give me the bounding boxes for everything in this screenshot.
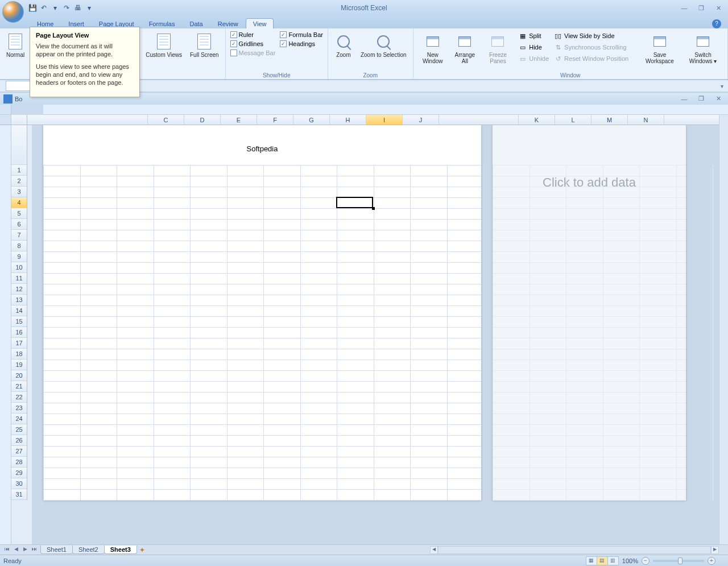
arrange-all-button[interactable]: Arrange All [451, 31, 479, 71]
select-all-button[interactable] [11, 115, 27, 125]
row-header-30[interactable]: 30 [11, 478, 27, 489]
fill-handle[interactable] [372, 207, 375, 210]
column-header-K[interactable]: K [519, 115, 555, 125]
row-header-10[interactable]: 10 [11, 262, 27, 273]
column-header-E[interactable]: E [221, 115, 257, 125]
row-header-6[interactable]: 6 [11, 219, 27, 230]
column-header-F[interactable]: F [257, 115, 293, 125]
hscroll-left[interactable]: ◀ [430, 546, 438, 554]
column-header-G[interactable]: G [293, 115, 330, 125]
office-button[interactable] [2, 1, 24, 23]
row-header-20[interactable]: 20 [11, 370, 27, 381]
column-header-J[interactable]: J [403, 115, 439, 125]
sheet-nav-prev[interactable]: ◀ [11, 546, 20, 554]
qat-customize-icon[interactable]: ▾ [84, 3, 94, 13]
row-header-25[interactable]: 25 [11, 424, 27, 435]
zoom-button[interactable]: Zoom [332, 31, 355, 71]
formula-bar-checkbox[interactable]: ✓Formula Bar [279, 31, 324, 39]
column-header-M[interactable]: M [592, 115, 628, 125]
vertical-ruler[interactable] [0, 125, 11, 544]
close-button[interactable]: ✕ [712, 3, 725, 13]
row-header-11[interactable]: 11 [11, 273, 27, 284]
row-header-16[interactable]: 16 [11, 327, 27, 338]
horizontal-scrollbar[interactable] [438, 546, 711, 554]
sheet-nav-next[interactable]: ▶ [20, 546, 30, 554]
tab-formulas[interactable]: Formulas [142, 18, 183, 28]
row-header-15[interactable]: 15 [11, 316, 27, 327]
sheet-tab-sheet2[interactable]: Sheet2 [72, 546, 105, 554]
row-header-23[interactable]: 23 [11, 403, 27, 414]
restore-button[interactable]: ❐ [695, 3, 708, 13]
selected-cell[interactable] [336, 197, 373, 208]
column-header-C[interactable]: C [148, 115, 184, 125]
zoom-slider[interactable] [653, 560, 704, 562]
save-workspace-button[interactable]: Save Workspace [640, 31, 680, 71]
tab-review[interactable]: Review [210, 18, 246, 28]
column-header-N[interactable]: N [628, 115, 664, 125]
row-header-27[interactable]: 27 [11, 446, 27, 457]
tab-data[interactable]: Data [182, 18, 210, 28]
row-header-19[interactable]: 19 [11, 360, 27, 370]
sheet-tab-sheet3[interactable]: Sheet3 [104, 546, 137, 554]
row-header-8[interactable]: 8 [11, 241, 27, 251]
gridlines-checkbox[interactable]: ✓Gridlines [229, 40, 277, 48]
insert-worksheet-button[interactable]: ✦ [139, 546, 151, 554]
workbook-minimize-button[interactable]: — [678, 94, 690, 104]
column-header-H[interactable]: H [330, 115, 366, 125]
view-side-by-side-button[interactable]: ▯▯View Side by Side [552, 31, 638, 41]
row-header-4[interactable]: 4 [11, 197, 27, 208]
dropdown-icon[interactable]: ▾ [50, 3, 60, 13]
zoom-to-selection-button[interactable]: Zoom to Selection [358, 31, 410, 71]
page-2[interactable]: Click to add data [493, 125, 686, 501]
row-header-17[interactable]: 17 [11, 338, 27, 349]
quick-print-icon[interactable]: 🖶 [73, 3, 83, 13]
row-header-31[interactable]: 31 [11, 489, 27, 500]
page-header[interactable]: Softpedia [43, 125, 481, 165]
row-header-5[interactable]: 5 [11, 208, 27, 219]
sheet-tab-sheet1[interactable]: Sheet1 [40, 546, 73, 554]
headings-checkbox[interactable]: ✓Headings [279, 40, 324, 48]
column-header-D[interactable]: D [184, 115, 221, 125]
tab-view[interactable]: View [246, 18, 274, 28]
row-header-3[interactable]: 3 [11, 187, 27, 197]
row-header-22[interactable]: 22 [11, 392, 27, 403]
row-header-14[interactable]: 14 [11, 305, 27, 316]
row-header-29[interactable]: 29 [11, 468, 27, 478]
row-header-12[interactable]: 12 [11, 284, 27, 295]
help-icon[interactable]: ? [712, 19, 721, 28]
redo-icon[interactable]: ↷ [61, 3, 72, 13]
row-header-24[interactable]: 24 [11, 414, 27, 424]
workbook-restore-button[interactable]: ❐ [695, 94, 708, 104]
zoom-out-button[interactable]: − [642, 557, 650, 565]
hscroll-right[interactable]: ▶ [711, 546, 719, 554]
new-window-button[interactable]: New Window [417, 31, 449, 71]
row-header-9[interactable]: 9 [11, 251, 27, 262]
formula-bar-expand-icon[interactable]: ▾ [715, 83, 728, 89]
sheet-nav-last[interactable]: ⏭ [30, 546, 39, 554]
save-icon[interactable]: 💾 [27, 3, 38, 13]
row-header-13[interactable]: 13 [11, 295, 27, 305]
undo-icon[interactable]: ↶ [39, 3, 49, 13]
vertical-scrollbar[interactable] [719, 115, 728, 544]
workbook-close-button[interactable]: ✕ [712, 94, 725, 104]
zoom-level[interactable]: 100% [622, 557, 638, 564]
row-header-21[interactable]: 21 [11, 381, 27, 392]
normal-view-button[interactable]: Normal [3, 31, 27, 71]
split-button[interactable]: ▦Split [517, 31, 550, 41]
ruler-checkbox[interactable]: ✓Ruler [229, 31, 277, 39]
zoom-thumb[interactable] [678, 557, 682, 564]
column-header-I[interactable]: I [366, 115, 403, 125]
row-header-7[interactable]: 7 [11, 230, 27, 241]
switch-windows-button[interactable]: Switch Windows ▾ [682, 31, 724, 71]
hide-button[interactable]: ▭Hide [517, 42, 550, 52]
custom-views-button[interactable]: Custom Views [143, 31, 185, 71]
page-break-shortcut[interactable]: ▥ [607, 556, 619, 565]
sheet-nav-first[interactable]: ⏮ [2, 546, 11, 554]
horizontal-ruler[interactable] [11, 105, 728, 115]
row-header-28[interactable]: 28 [11, 457, 27, 468]
row-header-26[interactable]: 26 [11, 435, 27, 446]
page-layout-shortcut[interactable]: ▤ [597, 556, 608, 565]
normal-view-shortcut[interactable]: ▦ [586, 556, 597, 565]
zoom-in-button[interactable]: + [708, 557, 715, 565]
column-header-L[interactable]: L [555, 115, 592, 125]
